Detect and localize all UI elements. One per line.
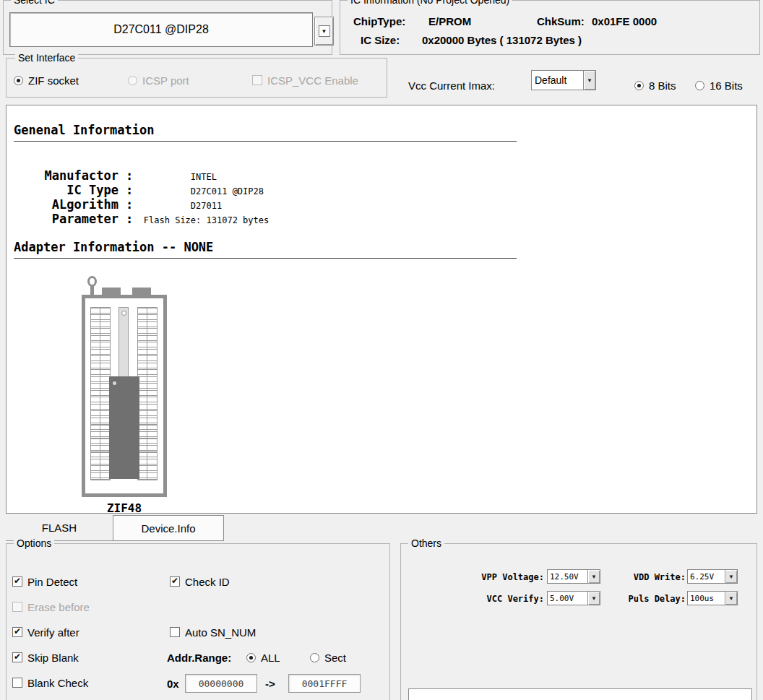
chiptype-label: ChipType: (353, 15, 405, 27)
chiptype-value: E/PROM (428, 15, 471, 27)
addr-to-input[interactable]: 0001FFFF (288, 674, 361, 693)
device-info-panel: Genenal Information Manufactor : INTEL I… (6, 105, 757, 514)
zif-socket-graphic: ZIF48 (82, 276, 177, 516)
ic-size-label: IC Size: (361, 34, 400, 46)
addr-range-sect-radio[interactable]: Sect (310, 652, 346, 663)
icsp-vcc-checkbox: ICSP_VCC Enable (252, 74, 358, 86)
ic-info-group: IC Information (No Project Opened) ChipT… (340, 0, 760, 55)
bits-8-label: 8 Bits (649, 79, 676, 92)
vcc-verify-value: 5.00V (548, 592, 587, 605)
check-id-checkbox[interactable]: Check ID (170, 576, 230, 587)
vcc-current-label: Vcc Current Imax: (408, 79, 495, 92)
check-id-label: Check ID (185, 576, 230, 588)
bottom-tabstrip: FLASH Device.Info (6, 514, 757, 542)
general-information-title: Genenal Information (14, 123, 517, 142)
others-display-box (408, 688, 752, 700)
select-ic-group: Select IC D27C011 @DIP28 (3, 0, 332, 55)
blank-check-checkbox[interactable]: Blank Check (12, 677, 88, 688)
icsp-port-radio: ICSP port (128, 74, 189, 86)
pin-detect-checkbox[interactable]: Pin Detect (12, 576, 77, 587)
addr-arrow-label: -> (265, 678, 275, 690)
radio-icon (695, 81, 704, 90)
bits-8-radio[interactable]: 8 Bits (634, 79, 676, 91)
puls-delay-label: Puls Delay: (619, 594, 686, 604)
hex-prefix-label: 0x (167, 678, 179, 690)
vpp-voltage-value: 12.50V (548, 570, 587, 583)
others-group: Others VPP Voltage: 12.50V VDD Write: 6.… (400, 543, 757, 700)
bits-16-label: 16 Bits (710, 79, 743, 92)
ic-size-value: 0x20000 Bytes ( 131072 Bytes ) (422, 34, 582, 46)
vpp-voltage-label: VPP Voltage: (446, 572, 544, 582)
chevron-down-icon[interactable] (725, 592, 737, 605)
vcc-verify-combobox[interactable]: 5.00V (547, 591, 600, 605)
socket-body (82, 295, 167, 497)
addr-range-all-label: ALL (261, 652, 280, 664)
skip-blank-label: Skip Blank (27, 652, 79, 664)
auto-sn-num-label: Auto SN_NUM (185, 626, 256, 639)
radio-icon (14, 76, 23, 85)
chevron-down-icon[interactable] (583, 71, 595, 90)
blank-check-label: Blank Check (27, 677, 88, 689)
inserted-chip-icon (109, 376, 139, 479)
radio-icon (634, 81, 644, 90)
chevron-down-icon[interactable] (587, 592, 600, 605)
select-ic-group-title: Select IC (11, 0, 58, 6)
vdd-write-combobox[interactable]: 6.25V (687, 569, 738, 584)
set-interface-group: Set Interface ZIF socket ICSP port ICSP_… (6, 58, 387, 98)
erase-before-checkbox: Erase before (12, 601, 90, 613)
adapter-information-title: Adapter Information -- NONE (14, 240, 517, 259)
pin-column-left (90, 307, 111, 480)
vcc-verify-label: VCC Verify: (446, 594, 544, 604)
icsp-vcc-label: ICSP_VCC Enable (267, 74, 358, 87)
options-group-title: Options (14, 537, 54, 549)
set-interface-group-title: Set Interface (15, 52, 78, 64)
vcc-current-value: Default (532, 71, 583, 90)
puls-delay-combobox[interactable]: 100us (687, 591, 738, 605)
checkbox-icon (12, 576, 22, 587)
select-ic-combobox[interactable]: D27C011 @DIP28 (9, 12, 313, 47)
addr-from-input[interactable]: 00000000 (185, 674, 257, 693)
skip-blank-checkbox[interactable]: Skip Blank (12, 652, 79, 663)
erase-before-label: Erase before (27, 601, 90, 613)
checkbox-icon (12, 652, 22, 662)
zif-socket-radio[interactable]: ZIF socket (14, 74, 79, 86)
pin-detect-label: Pin Detect (27, 576, 77, 588)
addr-range-all-radio[interactable]: ALL (246, 652, 280, 663)
socket-center-rail (118, 307, 129, 378)
select-ic-value: D27C011 @DIP28 (113, 23, 209, 36)
zif-socket-label: ZIF socket (28, 74, 79, 87)
chevron-down-icon[interactable] (725, 570, 737, 583)
info-row-label: Parameter : (45, 212, 134, 226)
checkbox-icon (170, 576, 180, 587)
info-row-value: Flash Size: 131072 bytes (133, 215, 269, 225)
info-row-parameter: Parameter : Flash Size: 131072 bytes (17, 198, 269, 240)
checkbox-icon (12, 602, 22, 612)
chevron-down-icon[interactable] (587, 570, 600, 583)
chksum-value: 0x01FE 0000 (592, 15, 657, 27)
checkbox-icon (252, 75, 262, 85)
checkbox-icon (12, 678, 22, 688)
icsp-port-label: ICSP port (142, 74, 189, 87)
verify-after-label: Verify after (27, 626, 79, 639)
pin-column-right (137, 307, 158, 480)
others-group-title: Others (408, 537, 444, 549)
socket-lever-icon (87, 276, 97, 287)
addr-range-label: Addr.Range: (167, 652, 231, 664)
puls-delay-value: 100us (688, 592, 725, 605)
chevron-down-icon (319, 25, 330, 37)
checkbox-icon (170, 627, 180, 637)
select-ic-dropdown-button[interactable] (314, 17, 334, 46)
socket-label: ZIF48 (82, 501, 167, 515)
vpp-voltage-combobox[interactable]: 12.50V (547, 569, 600, 584)
vdd-write-label: VDD Write: (619, 572, 686, 582)
radio-icon (128, 76, 137, 85)
tab-device-info[interactable]: Device.Info (113, 515, 224, 541)
addr-range-sect-label: Sect (324, 652, 346, 664)
radio-icon (310, 653, 319, 662)
bits-16-radio[interactable]: 16 Bits (695, 79, 743, 91)
options-group: Options Pin Detect Check ID Erase before… (6, 543, 390, 700)
vcc-current-combobox[interactable]: Default (531, 70, 596, 90)
radio-icon (246, 653, 256, 662)
verify-after-checkbox[interactable]: Verify after (12, 626, 79, 638)
auto-sn-num-checkbox[interactable]: Auto SN_NUM (170, 626, 256, 638)
